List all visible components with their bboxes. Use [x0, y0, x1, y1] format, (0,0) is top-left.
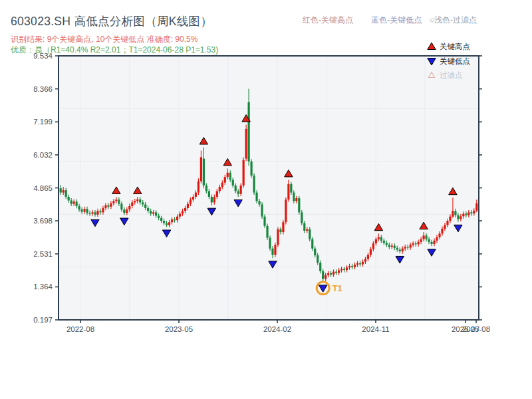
- y-tick-label: 4.865: [33, 184, 53, 192]
- candle: [301, 210, 303, 225]
- candle: [245, 124, 247, 160]
- y-tick-label: 3.698: [33, 217, 53, 225]
- x-tick-label: 2022-08: [66, 325, 94, 333]
- y-tick-label: 6.032: [33, 151, 53, 159]
- y-axis-labels: 9.5348.3667.1996.0324.8653.6982.5311.364…: [33, 52, 53, 324]
- kline-chart: 9.5348.3667.1996.0324.8653.6982.5311.364…: [0, 0, 532, 399]
- candle: [269, 235, 271, 251]
- y-tick-label: 8.366: [33, 85, 53, 93]
- y-tick-label: 9.534: [33, 52, 53, 60]
- x-tick-label: 2025-08: [462, 325, 490, 333]
- y-tick-label: 1.364: [33, 283, 53, 291]
- key-high-icon: [428, 43, 436, 50]
- x-tick-label: 2023-05: [165, 325, 193, 333]
- x-tick-label: 2024-11: [362, 325, 389, 333]
- t1-label: T1: [332, 283, 342, 293]
- candle: [253, 174, 255, 195]
- candle: [298, 196, 300, 215]
- candle: [277, 227, 279, 247]
- candle: [243, 157, 245, 188]
- candle: [261, 202, 263, 219]
- analysis-page: 603023.SH 高低点分析图（周K线图） 识别结果: 9个关键高点, 10个…: [0, 0, 532, 399]
- candle: [250, 159, 252, 178]
- candle: [266, 223, 268, 240]
- y-tick-label: 7.199: [33, 118, 53, 126]
- legend-item-label: 关键高点: [440, 43, 470, 51]
- candle: [285, 198, 287, 225]
- x-axis-labels: 2022-082023-052024-022024-112025-072025-…: [66, 325, 490, 333]
- y-tick-label: 2.531: [33, 250, 53, 258]
- legend-item-high: 关键高点: [428, 43, 470, 51]
- legend-item-label: 关键低点: [440, 57, 470, 65]
- legend-item-label: 过滤点: [440, 71, 463, 79]
- y-tick-label: 0.197: [33, 316, 53, 324]
- plot-area: [59, 56, 479, 320]
- x-tick-label: 2024-02: [263, 325, 291, 333]
